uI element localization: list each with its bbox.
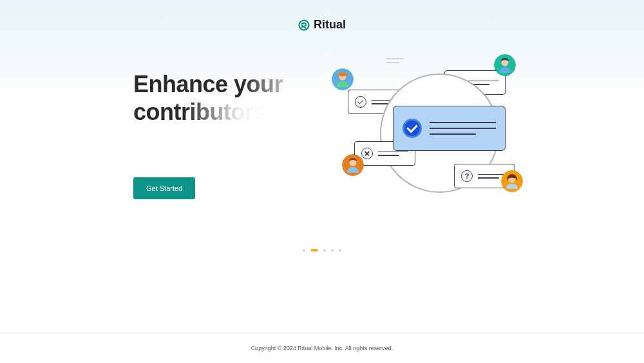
carousel-indicator — [303, 249, 341, 251]
check-outline-icon — [355, 96, 366, 108]
headline-word-1: Enhance — [133, 71, 228, 97]
page-header: Ritual — [0, 0, 644, 32]
hero-text-section: Enhance your contributors Get Started — [0, 61, 322, 199]
copyright-text: Copyright © 2024 Ritual Mobile, Inc. All… — [0, 345, 644, 351]
get-started-button[interactable]: Get Started — [133, 177, 195, 199]
carousel-dot-4[interactable] — [332, 250, 334, 251]
card-featured-icon — [393, 106, 506, 151]
avatar-1-icon — [332, 68, 354, 90]
check-filled-icon — [402, 119, 422, 138]
carousel-dot-3[interactable] — [324, 250, 326, 251]
avatar-3-icon — [342, 154, 364, 176]
page-footer: Copyright © 2024 Ritual Mobile, Inc. All… — [0, 333, 644, 363]
headline-word-2: your — [234, 71, 283, 97]
carousel-dot-5[interactable] — [339, 250, 341, 251]
hero-headline: Enhance your contributors — [133, 70, 322, 126]
avatar-4-icon — [501, 170, 523, 192]
hero-illustration: ? — [319, 54, 589, 222]
avatar-2-icon — [494, 54, 516, 76]
question-outline-icon: ? — [461, 170, 473, 182]
svg-point-0 — [299, 20, 308, 30]
brand-name: Ritual — [314, 18, 346, 32]
ritual-logo-icon — [298, 19, 310, 31]
carousel-dot-1[interactable] — [303, 250, 305, 251]
headline-word-3: contributors — [133, 99, 266, 125]
deco-lines-icon — [386, 58, 404, 63]
carousel-dot-2[interactable] — [311, 249, 318, 251]
hero-section: Enhance your contributors Get Started — [0, 32, 644, 333]
brand-logo[interactable]: Ritual — [298, 18, 346, 32]
x-outline-icon — [361, 148, 373, 159]
